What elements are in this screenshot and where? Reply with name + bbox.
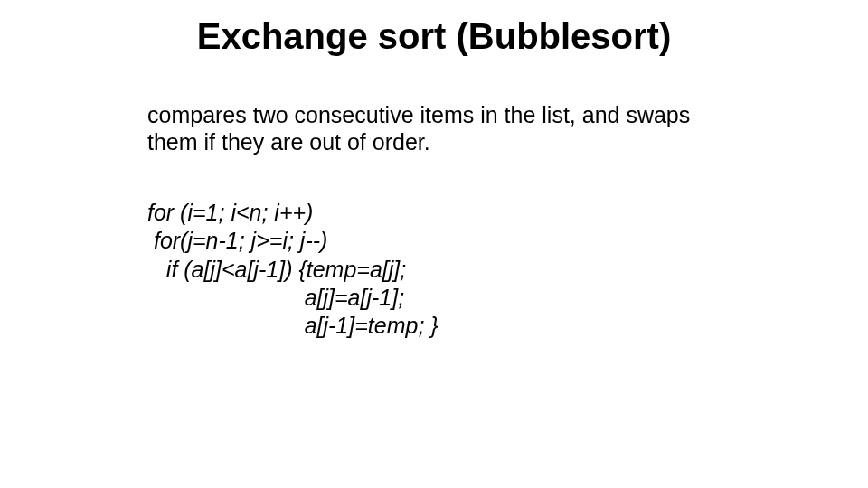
code-block: for (i=1; i<n; i++) for(j=n-1; j>=i; j--… <box>147 199 726 340</box>
code-line-2: for(j=n-1; j>=i; j--) <box>147 228 327 253</box>
code-line-5: a[j-1]=temp; } <box>147 313 439 338</box>
code-line-3: if (a[j]<a[j-1]) {temp=a[j]; <box>147 257 406 282</box>
slide: Exchange sort (Bubblesort) compares two … <box>0 0 868 488</box>
code-line-4: a[j]=a[j-1]; <box>147 285 404 310</box>
slide-title: Exchange sort (Bubblesort) <box>0 16 868 57</box>
code-line-1: for (i=1; i<n; i++) <box>147 200 313 225</box>
slide-description: compares two consecutive items in the li… <box>147 101 726 155</box>
